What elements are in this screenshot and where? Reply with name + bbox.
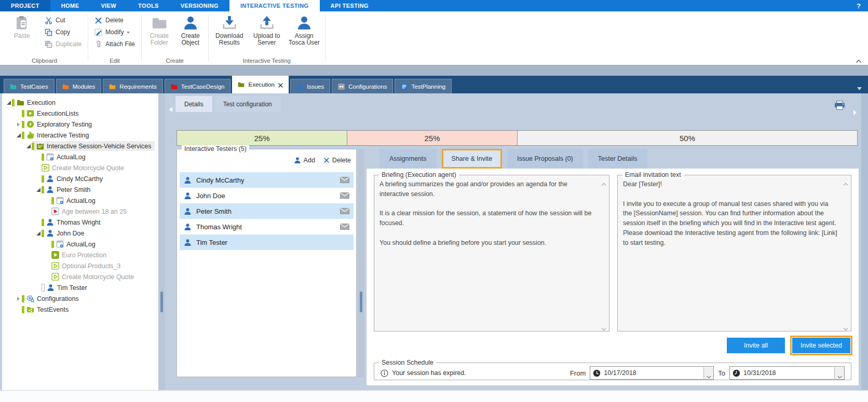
tree-item-create-motorcycle-quote[interactable]: Create Motorcycle Quote bbox=[2, 271, 160, 282]
dropdown-arrow-icon[interactable] bbox=[703, 367, 713, 379]
menu-item-view[interactable]: VIEW bbox=[90, 0, 127, 11]
expanded-arrow-icon[interactable] bbox=[35, 188, 42, 192]
attach-file-button[interactable]: Attach File bbox=[92, 39, 137, 49]
tree-item-executionlists[interactable]: ExecutionLists bbox=[2, 108, 160, 119]
duplicate-button[interactable]: Duplicate bbox=[43, 39, 84, 49]
tree-item-tim-tester[interactable]: Tim Tester bbox=[2, 282, 160, 293]
tester-row-peter-smith[interactable]: Peter Smith bbox=[180, 203, 354, 219]
menu-item-versioning[interactable]: VERSIONING bbox=[170, 0, 229, 11]
expanded-arrow-icon[interactable] bbox=[25, 144, 32, 148]
printer-icon[interactable] bbox=[834, 101, 845, 110]
dropdown-arrow-icon[interactable] bbox=[834, 367, 844, 379]
collapse-right-arrow-icon[interactable] bbox=[853, 110, 859, 115]
paste-button[interactable]: Paste bbox=[5, 14, 38, 39]
tree-item-john-doe[interactable]: John Doe bbox=[2, 228, 160, 239]
scroll-up-icon[interactable] bbox=[843, 179, 848, 183]
tree-item-age-between-18-an-25[interactable]: Age between 18 an 25 bbox=[2, 206, 160, 217]
expanded-arrow-icon[interactable] bbox=[15, 133, 22, 137]
mail-icon bbox=[340, 208, 349, 214]
person-icon bbox=[184, 192, 192, 200]
interactive-testers-title: Interactive Testers (5) bbox=[182, 145, 249, 153]
tree-item-interactive-testing[interactable]: Interactive Testing bbox=[2, 130, 160, 141]
tree-item-interactive-session-vehicle-services[interactable]: Interactive Session-Vehicle Services bbox=[2, 141, 160, 151]
tree-item-optional-products-3[interactable]: Optional Products_3 bbox=[2, 260, 160, 271]
config-gear-icon bbox=[26, 295, 34, 302]
exec-lists-icon bbox=[26, 109, 34, 117]
testers-splitter[interactable] bbox=[358, 149, 364, 377]
tabstrip-overflow-icon[interactable] bbox=[857, 83, 862, 86]
copy-icon bbox=[45, 29, 52, 36]
tree-item-testevents[interactable]: TestEvents bbox=[2, 304, 160, 315]
menu-item-interactive-testing[interactable]: INTERACTIVE TESTING bbox=[229, 0, 320, 11]
menu-item-tools[interactable]: TOOLS bbox=[127, 0, 170, 11]
menu-item-api-testing[interactable]: API TESTING bbox=[320, 0, 379, 11]
collapsed-arrow-icon[interactable] bbox=[15, 297, 22, 301]
add-tester-button[interactable]: Add bbox=[294, 157, 315, 164]
tree-item-actuallog[interactable]: ActualLog bbox=[2, 195, 160, 206]
invite-all-button[interactable]: Invite all bbox=[727, 338, 785, 353]
tester-row-cindy-mccarthy[interactable]: Cindy McCarthy bbox=[180, 172, 354, 188]
progress-segment-3: 50% bbox=[518, 131, 857, 145]
tree-item-actuallog[interactable]: ActualLog bbox=[2, 151, 160, 162]
tab-issue-proposals[interactable]: Issue Proposals (0) bbox=[507, 149, 583, 169]
tree-item-execution[interactable]: Execution bbox=[2, 97, 160, 108]
menu-item-project[interactable]: PROJECT bbox=[0, 0, 50, 11]
modify-button[interactable]: Modify bbox=[92, 27, 137, 37]
email-invitation-text[interactable]: Dear [Tester]! I invite you to execute a… bbox=[618, 175, 851, 251]
tester-row-tim-tester[interactable]: Tim Tester bbox=[180, 234, 354, 250]
tab-share-and-invite[interactable]: Share & Invite bbox=[442, 149, 503, 169]
tree-splitter[interactable] bbox=[158, 93, 165, 391]
tab-test-configuration[interactable]: Test configuration bbox=[214, 96, 281, 112]
tree-item-configurations[interactable]: Configurations bbox=[2, 293, 160, 304]
expanded-arrow-icon[interactable] bbox=[35, 231, 42, 235]
tab-assignments[interactable]: Assignments bbox=[379, 149, 437, 169]
ribbon-collapse-icon[interactable] bbox=[856, 56, 862, 60]
tab-configurations[interactable]: Configurations bbox=[332, 79, 393, 93]
menu-item-home[interactable]: HOME bbox=[50, 0, 90, 11]
create-object-button[interactable]: Create Object bbox=[177, 14, 204, 47]
expanded-arrow-icon[interactable] bbox=[5, 101, 12, 105]
tree-item-peter-smith[interactable]: Peter Smith bbox=[2, 184, 160, 195]
delete-tester-button[interactable]: Delete bbox=[323, 157, 351, 164]
tab-tester-details[interactable]: Tester Details bbox=[588, 149, 647, 169]
copy-button[interactable]: Copy bbox=[43, 27, 84, 37]
cut-button[interactable]: Cut bbox=[43, 15, 84, 25]
scroll-down-icon[interactable] bbox=[601, 324, 606, 327]
tree-item-thomas-wright[interactable]: Thomas Wright bbox=[2, 217, 160, 228]
delete-button[interactable]: Delete bbox=[92, 15, 137, 25]
folder-icon bbox=[62, 84, 69, 90]
tab-testcasedesign[interactable]: TestCaseDesign bbox=[165, 79, 231, 93]
tab-label: Execution bbox=[248, 81, 275, 88]
to-date-combobox[interactable]: 10/31/2018 bbox=[729, 366, 845, 380]
collapse-left-arrow-icon[interactable] bbox=[167, 107, 172, 112]
tree-item-create-motorcycle-quote[interactable]: Create Motorcycle Quote bbox=[2, 162, 160, 173]
tab-execution[interactable]: Execution bbox=[232, 76, 289, 93]
tab-details[interactable]: Details bbox=[175, 96, 212, 112]
tree-item-actuallog[interactable]: ActualLog bbox=[2, 239, 160, 249]
upload-to-server-button[interactable]: Upload to Server bbox=[250, 14, 283, 47]
from-date-combobox[interactable]: 10/17/2018 bbox=[590, 366, 714, 380]
tab-modules[interactable]: Modules bbox=[56, 79, 101, 93]
scroll-down-icon[interactable] bbox=[843, 324, 848, 327]
tab-issues[interactable]: Issues bbox=[290, 79, 330, 93]
tab-label: TestCaseDesign bbox=[181, 84, 225, 90]
ribbon-separator bbox=[141, 15, 142, 62]
assign-tosca-user-button[interactable]: Assign Tosca User bbox=[288, 14, 321, 47]
briefing-text[interactable]: A briefing summarizes the goal and/or pr… bbox=[374, 175, 609, 251]
splitter-grip[interactable] bbox=[160, 292, 163, 312]
splitter-grip[interactable] bbox=[360, 292, 362, 312]
tree-item-exploratory-testing[interactable]: Exploratory Testing bbox=[2, 119, 160, 130]
tester-row-john-doe[interactable]: John Doe bbox=[180, 188, 354, 203]
download-results-button[interactable]: Download Results bbox=[213, 14, 246, 47]
tab-testplanning[interactable]: TestPlanning bbox=[395, 79, 452, 93]
invite-selected-button[interactable]: Invite selected bbox=[792, 338, 850, 353]
help-icon[interactable]: ? bbox=[849, 0, 868, 11]
scroll-up-icon[interactable] bbox=[601, 179, 606, 183]
tree-item-euro-protection[interactable]: Euro Protection bbox=[2, 249, 160, 260]
tab-requirements[interactable]: Requirements bbox=[103, 79, 163, 93]
tester-row-thomas-wright[interactable]: Thomas Wright bbox=[180, 219, 354, 234]
create-folder-button[interactable]: Create Folder bbox=[146, 14, 173, 47]
tab-testcases[interactable]: TestCases bbox=[4, 79, 55, 93]
collapsed-arrow-icon[interactable] bbox=[15, 122, 22, 127]
tree-item-cindy-mccarthy[interactable]: Cindy McCarthy bbox=[2, 173, 160, 184]
